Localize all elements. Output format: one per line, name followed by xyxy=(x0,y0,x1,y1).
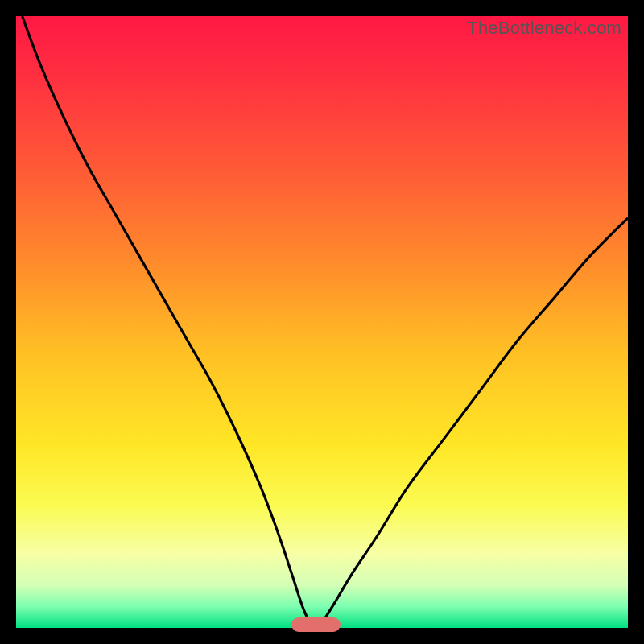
watermark-text: TheBottleneck.com xyxy=(467,18,621,39)
gradient-background xyxy=(16,16,628,628)
bottleneck-chart xyxy=(16,16,628,628)
chart-frame: TheBottleneck.com xyxy=(16,16,628,628)
optimum-marker xyxy=(291,617,341,632)
